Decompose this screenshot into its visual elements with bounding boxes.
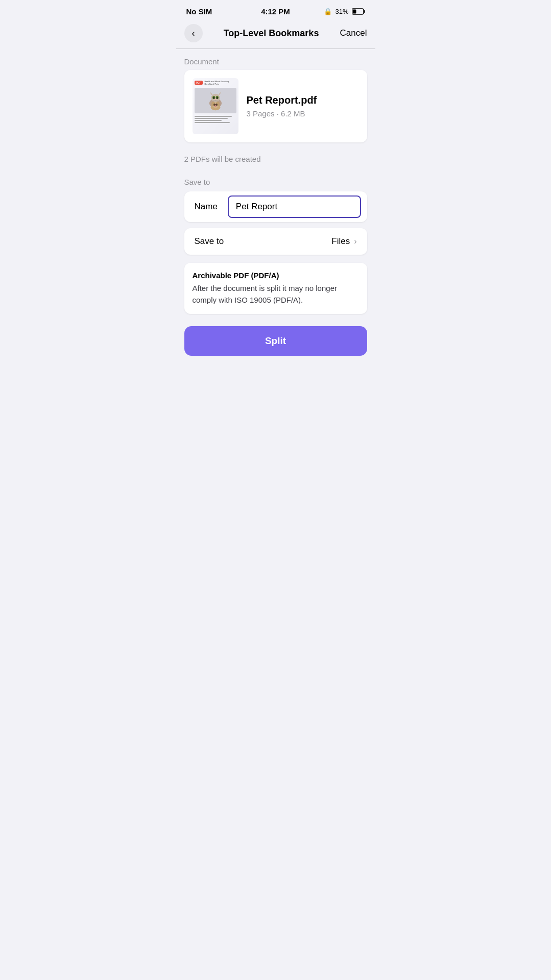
chevron-right-icon: › <box>354 237 356 246</box>
doc-info: Pet Report.pdf 3 Pages · 6.2 MB <box>247 94 317 118</box>
doc-thumbnail: PDF Health and Mood-BoostingBenefits of … <box>193 78 238 134</box>
svg-point-11 <box>214 99 217 101</box>
thumb-image <box>195 88 236 113</box>
svg-marker-5 <box>209 92 212 95</box>
nav-bar: ‹ Top-Level Bookmarks Cancel <box>176 20 375 48</box>
warning-text: After the document is split it may no lo… <box>193 283 359 306</box>
doc-meta: 3 Pages · 6.2 MB <box>247 109 317 118</box>
document-section-label: Document <box>176 49 375 70</box>
svg-point-18 <box>214 106 217 107</box>
pdf-badge: PDF <box>195 81 203 85</box>
status-bar: No SIM 4:12 PM 🔒 31% <box>176 0 375 20</box>
status-right: 🔒 31% <box>324 8 365 15</box>
save-to-files-value: Files <box>331 236 350 247</box>
svg-point-9 <box>213 97 214 99</box>
cat-svg <box>205 90 226 111</box>
nav-title: Top-Level Bookmarks <box>224 28 319 39</box>
thumb-text-lines <box>195 116 236 123</box>
save-to-files-label: Save to <box>195 236 224 247</box>
warning-title: Archivable PDF (PDF/A) <box>193 271 359 280</box>
name-input-wrapper <box>228 195 361 218</box>
save-to-files-right: Files › <box>331 236 356 247</box>
lock-icon: 🔒 <box>324 8 332 15</box>
save-to-files-row[interactable]: Save to Files › <box>184 228 367 255</box>
svg-rect-2 <box>352 10 356 14</box>
name-row: Name <box>184 191 367 222</box>
cancel-button[interactable]: Cancel <box>340 28 367 38</box>
svg-marker-6 <box>218 92 221 95</box>
pdf-count-info: 2 PDFs will be created <box>176 151 375 174</box>
back-icon: ‹ <box>192 28 195 39</box>
split-button[interactable]: Split <box>184 326 367 356</box>
back-button[interactable]: ‹ <box>184 24 203 42</box>
svg-rect-1 <box>364 10 365 13</box>
doc-name: Pet Report.pdf <box>247 94 317 106</box>
battery-label: 31% <box>335 8 348 15</box>
name-input[interactable] <box>229 197 360 217</box>
battery-icon <box>352 8 365 15</box>
warning-box: Archivable PDF (PDF/A) After the documen… <box>184 263 367 314</box>
document-card: PDF Health and Mood-BoostingBenefits of … <box>184 70 367 142</box>
thumb-title: Health and Mood-BoostingBenefits of Pets <box>205 80 229 85</box>
time-label: 4:12 PM <box>261 7 290 16</box>
name-row-label: Name <box>184 193 228 220</box>
svg-point-4 <box>211 94 220 102</box>
svg-point-10 <box>217 97 218 99</box>
carrier-label: No SIM <box>186 7 212 16</box>
save-to-section-label: Save to <box>176 174 375 191</box>
